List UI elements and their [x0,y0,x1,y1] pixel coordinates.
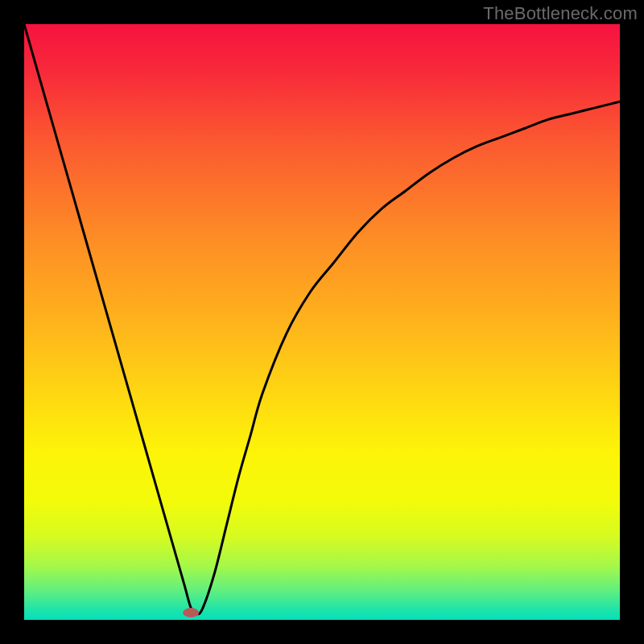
chart-frame: TheBottleneck.com [0,0,644,644]
chart-svg [24,24,620,620]
watermark-text: TheBottleneck.com [483,3,638,24]
optimal-marker [183,608,199,617]
plot-area [24,24,620,620]
gradient-background [24,24,620,620]
